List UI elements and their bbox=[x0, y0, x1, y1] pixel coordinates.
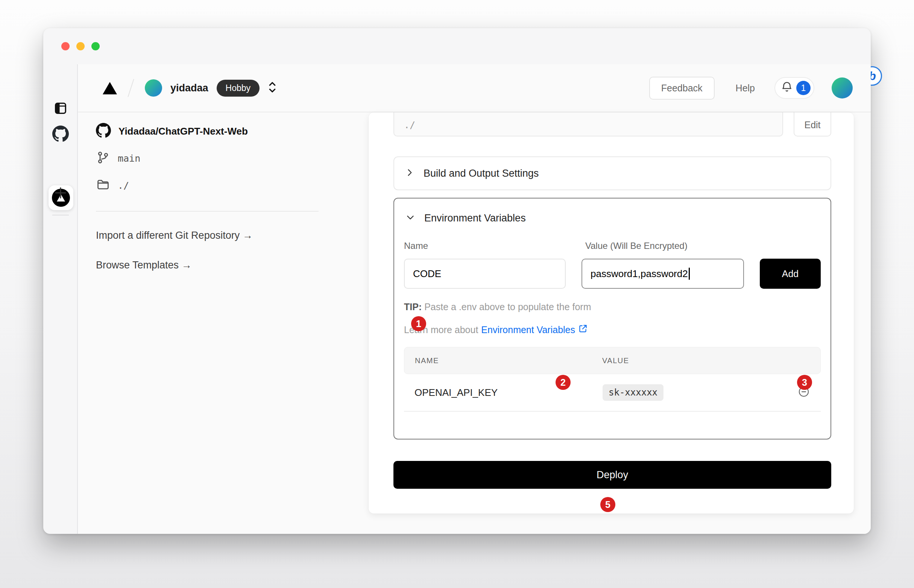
notifications-button[interactable]: 1 bbox=[775, 77, 814, 99]
github-icon bbox=[96, 123, 111, 139]
scope-selector-icon[interactable] bbox=[267, 80, 278, 96]
edit-root-directory-button[interactable]: Edit bbox=[794, 112, 831, 136]
zoom-window-button[interactable] bbox=[91, 42, 100, 50]
environment-variables-panel: Environment Variables Name Value (Will B… bbox=[393, 198, 831, 439]
account-avatar[interactable] bbox=[831, 78, 853, 99]
chevron-right-icon bbox=[405, 168, 414, 179]
breadcrumb-slash bbox=[128, 79, 134, 97]
external-link-icon bbox=[578, 324, 588, 336]
annotation-badge-5: 5 bbox=[600, 497, 615, 512]
minimize-window-button[interactable] bbox=[76, 42, 85, 50]
browser-toolbar bbox=[43, 28, 871, 64]
close-window-button[interactable] bbox=[61, 42, 70, 50]
bell-icon bbox=[780, 81, 793, 95]
text-caret bbox=[689, 268, 690, 280]
configure-project-card: ./ Edit Build and Output Settings Enviro… bbox=[369, 112, 854, 514]
env-value-value: password1,password2 bbox=[590, 268, 688, 280]
build-output-settings-accordion[interactable]: Build and Output Settings bbox=[393, 157, 831, 190]
tab-github-icon[interactable] bbox=[52, 126, 69, 144]
root-directory-input[interactable]: ./ bbox=[393, 112, 783, 136]
env-value-input[interactable]: password1,password2 bbox=[581, 258, 744, 289]
env-name-label: Name bbox=[404, 241, 585, 252]
env-table-value-header: VALUE bbox=[602, 356, 629, 365]
add-env-var-button[interactable]: Add bbox=[760, 258, 821, 289]
deploy-button[interactable]: Deploy bbox=[393, 461, 831, 489]
new-tab-button[interactable] bbox=[53, 185, 68, 202]
env-name-value: CODE bbox=[413, 268, 441, 280]
git-branch-icon bbox=[96, 150, 110, 166]
chevron-down-icon bbox=[406, 212, 415, 224]
env-title: Environment Variables bbox=[424, 212, 526, 224]
team-name: yidadaa bbox=[170, 82, 209, 94]
env-accordion-header[interactable]: Environment Variables bbox=[404, 210, 821, 226]
env-table-header: NAME VALUE bbox=[404, 347, 821, 374]
env-value-label: Value (Will Be Encrypted) bbox=[585, 241, 688, 252]
import-page: Yidadaa/ChatGPT-Next-Web main bbox=[78, 112, 871, 534]
env-table-name-header: NAME bbox=[415, 356, 602, 365]
tabstrip-divider bbox=[52, 215, 69, 215]
web-content: yidadaa Hobby Feedback Help 1 bbox=[78, 64, 871, 534]
env-name-input[interactable]: CODE bbox=[404, 258, 566, 289]
vertical-tab-strip bbox=[43, 64, 78, 534]
feedback-button[interactable]: Feedback bbox=[649, 77, 715, 100]
folder-icon bbox=[96, 178, 110, 193]
browse-templates-link[interactable]: Browse Templates → bbox=[96, 259, 329, 271]
repo-row: Yidadaa/ChatGPT-Next-Web bbox=[96, 123, 329, 139]
branch-name: main bbox=[118, 153, 140, 164]
annotation-badge-2: 2 bbox=[556, 375, 571, 390]
repo-name: Yidadaa/ChatGPT-Next-Web bbox=[118, 126, 248, 137]
learn-link-text: Environment Variables bbox=[481, 325, 575, 335]
vercel-logo-icon[interactable] bbox=[103, 82, 117, 94]
branch-row: main bbox=[96, 150, 329, 166]
build-settings-title: Build and Output Settings bbox=[424, 168, 539, 179]
tip-label: TIP: bbox=[404, 302, 422, 312]
env-docs-link[interactable]: Environment Variables bbox=[481, 324, 588, 336]
env-learn-more: Learn more about Environment Variables bbox=[404, 324, 821, 336]
repo-summary-column: Yidadaa/ChatGPT-Next-Web main bbox=[96, 112, 329, 271]
notification-count-badge: 1 bbox=[796, 81, 810, 95]
env-table-row: OPENAI_API_KEY sk-xxxxxx bbox=[404, 374, 821, 412]
left-divider bbox=[96, 211, 319, 212]
team-avatar bbox=[145, 79, 162, 97]
env-row-value: sk-xxxxxx bbox=[603, 384, 663, 401]
env-tip: TIP: Paste a .env above to populate the … bbox=[404, 302, 821, 312]
root-directory-row: ./ Edit bbox=[393, 112, 831, 136]
window-controls bbox=[61, 42, 100, 50]
annotation-badge-1: 1 bbox=[411, 316, 426, 331]
annotation-badge-3: 3 bbox=[797, 375, 812, 390]
tip-text: Paste a .env above to populate the form bbox=[422, 302, 591, 312]
root-dir-row: ./ bbox=[96, 177, 329, 194]
import-different-repo-link[interactable]: Import a different Git Repository → bbox=[96, 230, 329, 241]
tab-panel-icon[interactable] bbox=[53, 101, 68, 117]
browser-window: https://vercel.c... 3 V M↓ bbox=[43, 28, 871, 534]
vercel-header: yidadaa Hobby Feedback Help 1 bbox=[78, 64, 871, 112]
root-dir-value: ./ bbox=[118, 180, 129, 191]
plan-badge: Hobby bbox=[217, 80, 259, 97]
help-link[interactable]: Help bbox=[736, 83, 755, 94]
